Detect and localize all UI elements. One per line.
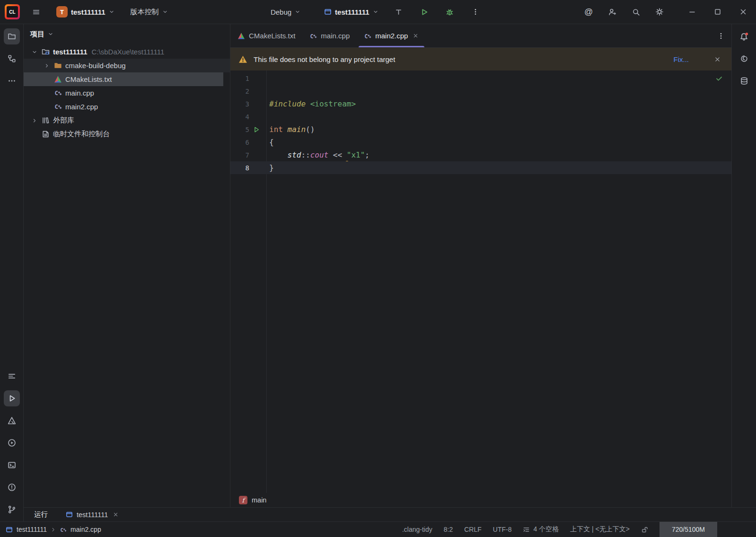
- tab-list-button[interactable]: [711, 24, 731, 47]
- tree-label: main2.cpp: [65, 103, 98, 111]
- inspections-ok-icon[interactable]: [715, 75, 723, 84]
- chevron-down-icon[interactable]: [29, 49, 40, 55]
- caret-position-widget[interactable]: 8:2: [444, 526, 453, 533]
- svg-text:C: C: [54, 104, 58, 110]
- encoding-widget[interactable]: UTF-8: [493, 526, 512, 533]
- tree-label: test111111: [53, 48, 88, 56]
- banner-close-icon[interactable]: [711, 53, 723, 65]
- settings-button[interactable]: [650, 3, 669, 20]
- code-with-me-button[interactable]: [603, 3, 622, 20]
- code-line[interactable]: 1: [230, 72, 731, 85]
- tree-row-project-root[interactable]: test111111 C:\sbDaXue\test111111: [24, 45, 230, 59]
- services-tool-button[interactable]: [4, 435, 20, 451]
- ai-mention-button[interactable]: @: [579, 3, 598, 20]
- context-widget[interactable]: 上下文 | <无上下文>: [570, 525, 630, 534]
- gutter[interactable]: 6: [230, 136, 266, 149]
- cpp-file-icon: C: [60, 526, 67, 533]
- notifications-button[interactable]: [736, 28, 752, 44]
- code-line[interactable]: 7 std::cout << "x1";: [230, 149, 731, 161]
- debug-configuration-select[interactable]: Debug: [266, 3, 305, 20]
- terminal-tool-button[interactable]: [4, 457, 20, 473]
- gutter[interactable]: 3: [230, 97, 266, 110]
- more-tool-windows-button[interactable]: [4, 73, 20, 89]
- code-line[interactable]: 6 {: [230, 136, 731, 149]
- gutter[interactable]: 2: [230, 85, 266, 97]
- project-tree: test111111 C:\sbDaXue\test111111 cmake-b…: [24, 44, 230, 141]
- project-widget-label: test111111: [71, 8, 105, 16]
- run-tool-window-title[interactable]: 运行: [34, 510, 48, 519]
- bell-icon: [739, 32, 748, 41]
- run-tab-close-icon[interactable]: [112, 511, 119, 519]
- gutter[interactable]: 7: [230, 149, 266, 161]
- version-control-tool-button[interactable]: [4, 502, 20, 518]
- search-everywhere-button[interactable]: [626, 3, 645, 20]
- tree-row-scratches[interactable]: 临时文件和控制台: [24, 127, 230, 141]
- tree-root-path: C:\sbDaXue\test111111: [92, 48, 165, 56]
- tab-main2-cpp[interactable]: C main2.cpp: [357, 24, 426, 47]
- tree-row-main-cpp[interactable]: C main.cpp: [24, 86, 230, 100]
- run-configuration-select[interactable]: test111111: [320, 3, 383, 20]
- title-bar: CL T test111111 版本控制 Debug: [0, 0, 756, 24]
- run-tool-button[interactable]: [4, 390, 20, 406]
- status-project-name[interactable]: test111111: [17, 526, 47, 533]
- folder-icon: [8, 32, 16, 41]
- code-line[interactable]: 2: [230, 85, 731, 97]
- chevron-right-icon[interactable]: [29, 118, 40, 123]
- debug-button[interactable]: [440, 3, 459, 20]
- run-main-gutter-icon[interactable]: [249, 126, 264, 133]
- run-button[interactable]: [415, 3, 434, 20]
- tree-row-external-libraries[interactable]: 外部库: [24, 114, 230, 127]
- svg-text:C: C: [54, 90, 58, 97]
- cmake-tool-button[interactable]: [4, 413, 20, 429]
- vcs-widget[interactable]: 版本控制: [126, 3, 172, 20]
- problems-icon: [8, 483, 16, 492]
- tree-row-cmakelists[interactable]: CMakeLists.txt: [24, 72, 223, 86]
- lock-widget[interactable]: [641, 526, 648, 533]
- ai-assistant-button[interactable]: [736, 51, 752, 67]
- tab-main-cpp[interactable]: C main.cpp: [302, 24, 357, 47]
- close-button[interactable]: [730, 0, 756, 24]
- project-root-icon: [40, 48, 51, 56]
- gutter[interactable]: 5: [230, 123, 266, 136]
- editor-warning-banner: This file does not belong to any project…: [230, 48, 731, 70]
- minimize-button[interactable]: [679, 0, 705, 24]
- structure-tool-button[interactable]: [4, 368, 20, 384]
- code-line[interactable]: 4: [230, 110, 731, 123]
- sticky-context-bar[interactable]: f main: [230, 493, 731, 507]
- memory-indicator[interactable]: 720/5100M: [659, 522, 717, 537]
- maximize-button[interactable]: [705, 0, 730, 24]
- status-file-name[interactable]: main2.cpp: [70, 526, 101, 533]
- commit-icon: [8, 54, 16, 63]
- cmake-triangle-icon: [8, 416, 16, 425]
- svg-text:C: C: [61, 527, 63, 533]
- run-tab[interactable]: test111111: [66, 511, 119, 519]
- tree-row-main2-cpp[interactable]: C main2.cpp: [24, 100, 230, 114]
- gutter[interactable]: 1: [230, 72, 266, 85]
- main-menu-button[interactable]: [26, 3, 45, 20]
- editor-tab-bar: CMakeLists.txt C main.cpp C: [230, 24, 731, 48]
- project-tool-button[interactable]: [4, 28, 20, 44]
- database-tool-button[interactable]: [736, 73, 752, 89]
- more-actions-button[interactable]: [466, 3, 485, 20]
- code-line-current[interactable]: 8 }: [230, 161, 731, 174]
- run-config-window-icon: [6, 526, 13, 533]
- problems-tool-button[interactable]: [4, 479, 20, 495]
- tree-row-cmake-build-debug[interactable]: cmake-build-debug: [24, 59, 230, 72]
- code-editor[interactable]: 1 2 3 #include <iostream> 4: [230, 70, 731, 493]
- clang-tidy-widget[interactable]: .clang-tidy: [402, 526, 432, 533]
- chevron-right-icon[interactable]: [42, 63, 52, 69]
- gutter[interactable]: 4: [230, 110, 266, 123]
- tab-close-icon[interactable]: [412, 32, 419, 40]
- code-line[interactable]: 5 int main(): [230, 123, 731, 136]
- gutter[interactable]: 8: [230, 161, 266, 174]
- project-panel-header[interactable]: 项目: [24, 24, 230, 44]
- right-tool-stripe: [731, 24, 756, 507]
- project-widget[interactable]: T test111111: [52, 3, 119, 20]
- commit-tool-button[interactable]: [4, 51, 20, 67]
- code-line[interactable]: 3 #include <iostream>: [230, 97, 731, 110]
- profiler-button[interactable]: [389, 3, 408, 20]
- line-separator-widget[interactable]: CRLF: [464, 526, 482, 533]
- tab-cmakelists[interactable]: CMakeLists.txt: [230, 24, 302, 47]
- indent-widget[interactable]: 4 个空格: [523, 525, 559, 534]
- banner-fix-link[interactable]: Fix...: [670, 55, 693, 63]
